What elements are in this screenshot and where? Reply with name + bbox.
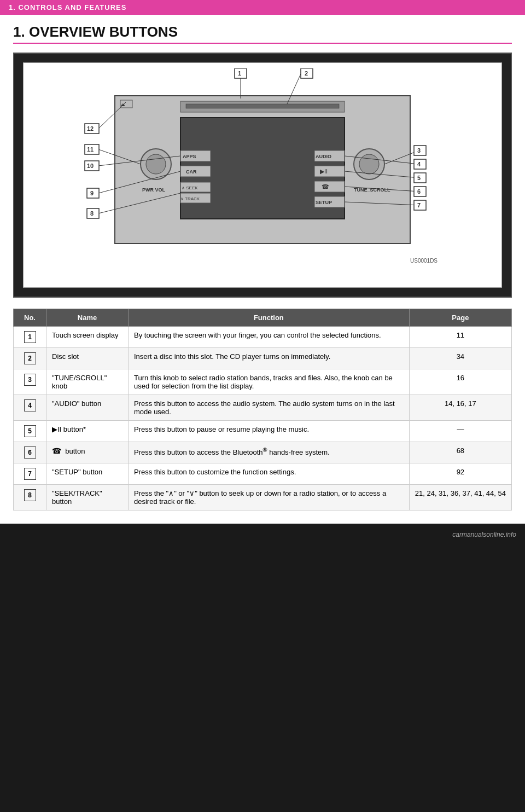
row-page-cell: 92 (409, 463, 511, 485)
svg-text:8: 8 (90, 210, 94, 217)
table-row: 6☎ buttonPress this button to access the… (14, 442, 512, 463)
svg-text:2: 2 (305, 70, 308, 77)
diagram-image: PWR VOL TUNE_SCROLL APPS CAR ∧ SEEK ∨ TR… (23, 62, 502, 288)
row-page-cell: 34 (409, 348, 511, 369)
row-function-cell: Insert a disc into this slot. The CD pla… (129, 348, 410, 369)
row-function-cell: Press this button to customize the funct… (129, 463, 410, 485)
row-number-box: 2 (24, 352, 36, 364)
row-number-cell: 8 (14, 485, 46, 511)
row-page-cell: 14, 16, 17 (409, 395, 511, 421)
svg-text:∨  TRACK: ∨ TRACK (180, 196, 200, 201)
row-number-box: 8 (24, 489, 36, 501)
col-header-name: Name (46, 309, 129, 327)
section-header: 1. CONTROLS AND FEATURES (0, 0, 525, 15)
play-pause-icon: ▶II (52, 425, 61, 433)
svg-text:US0001DS: US0001DS (410, 258, 438, 264)
row-function-cell: By touching the screen with your finger,… (129, 327, 410, 348)
svg-rect-22 (314, 181, 345, 192)
svg-text:3: 3 (417, 147, 421, 154)
table-row: 3"TUNE/SCROLL" knobTurn this knob to sel… (14, 369, 512, 395)
svg-point-5 (146, 154, 166, 174)
row-name-cell: "SETUP" button (46, 463, 129, 485)
svg-text:APPS: APPS (183, 154, 196, 159)
svg-text:7: 7 (417, 202, 421, 208)
row-number-box: 5 (24, 425, 36, 437)
main-content: 1. OVERVIEW BUTTONS PWR VOL TUNE_ (0, 15, 525, 524)
row-number-box: 1 (24, 331, 36, 343)
row-function-cell: Turn this knob to select radio station b… (129, 369, 410, 395)
row-page-cell: 16 (409, 369, 511, 395)
footer-bar: carmanualsonline.info (0, 524, 525, 546)
col-header-function: Function (129, 309, 410, 327)
table-row: 5▶II button*Press this button to pause o… (14, 421, 512, 442)
row-name-cell: Disc slot (46, 348, 129, 369)
svg-text:5: 5 (417, 175, 421, 181)
table-row: 8"SEEK/TRACK" buttonPress the "∧" or "∨"… (14, 485, 512, 511)
section-label: 1. CONTROLS AND FEATURES (9, 3, 126, 11)
svg-text:10: 10 (87, 163, 94, 169)
row-name-cell: ▶II button* (46, 421, 129, 442)
table-row: 4"AUDIO" buttonPress this button to acce… (14, 395, 512, 421)
svg-text:6: 6 (417, 188, 421, 195)
row-number-cell: 4 (14, 395, 46, 421)
table-row: 2Disc slotInsert a disc into this slot. … (14, 348, 512, 369)
svg-rect-20 (314, 166, 345, 177)
row-function-cell: Press the "∧" or "∨" button to seek up o… (129, 485, 410, 511)
watermark-text: carmanualsonline.info (452, 531, 516, 538)
page-title: 1. OVERVIEW BUTTONS (13, 24, 512, 44)
svg-text:TUNE_SCROLL: TUNE_SCROLL (354, 187, 390, 193)
row-name-cell: "AUDIO" button (46, 395, 129, 421)
row-number-cell: 5 (14, 421, 46, 442)
row-number-cell: 3 (14, 369, 46, 395)
row-function-cell: Press this button to access the audio sy… (129, 395, 410, 421)
diagram-container: PWR VOL TUNE_SCROLL APPS CAR ∧ SEEK ∨ TR… (13, 53, 512, 298)
row-number-cell: 2 (14, 348, 46, 369)
svg-text:CAR: CAR (186, 169, 197, 175)
row-number-box: 6 (24, 446, 36, 459)
row-page-cell: 68 (409, 442, 511, 463)
row-name-cell: "TUNE/SCROLL" knob (46, 369, 129, 395)
table-row: 1Touch screen displayBy touching the scr… (14, 327, 512, 348)
svg-text:11: 11 (87, 146, 94, 153)
row-name-cell: "SEEK/TRACK" button (46, 485, 129, 511)
svg-text:SETUP: SETUP (316, 200, 332, 205)
svg-text:1: 1 (238, 70, 241, 77)
svg-text:▶II: ▶II (320, 168, 328, 175)
row-number-cell: 6 (14, 442, 46, 463)
row-number-box: 4 (24, 399, 36, 411)
svg-rect-2 (186, 104, 339, 108)
col-header-no: No. (14, 309, 46, 327)
row-number-box: 3 (24, 374, 36, 386)
row-page-cell: 11 (409, 327, 511, 348)
row-name-cell: Touch screen display (46, 327, 129, 348)
row-number-cell: 7 (14, 463, 46, 485)
row-function-cell: Press this button to pause or resume pla… (129, 421, 410, 442)
row-number-box: 7 (24, 468, 36, 480)
row-page-cell: — (409, 421, 511, 442)
svg-text:12: 12 (87, 125, 94, 132)
row-page-cell: 21, 24, 31, 36, 37, 41, 44, 54 (409, 485, 511, 511)
col-header-page: Page (409, 309, 511, 327)
phone-icon: ☎ (52, 446, 61, 455)
svg-text:☎: ☎ (322, 183, 329, 190)
svg-text:PWR  VOL: PWR VOL (142, 187, 166, 193)
overview-table: No. Name Function Page 1Touch screen dis… (13, 309, 512, 511)
table-row: 7"SETUP" buttonPress this button to cust… (14, 463, 512, 485)
svg-point-8 (359, 154, 379, 174)
row-function-cell: Press this button to access the Bluetoot… (129, 442, 410, 463)
svg-text:AUDIO: AUDIO (316, 154, 331, 159)
row-number-cell: 1 (14, 327, 46, 348)
row-name-cell: ☎ button (46, 442, 129, 463)
svg-text:∧  SEEK: ∧ SEEK (182, 185, 198, 190)
device-diagram-svg: PWR VOL TUNE_SCROLL APPS CAR ∧ SEEK ∨ TR… (71, 68, 454, 282)
svg-text:4: 4 (417, 161, 421, 167)
svg-text:9: 9 (90, 190, 94, 196)
